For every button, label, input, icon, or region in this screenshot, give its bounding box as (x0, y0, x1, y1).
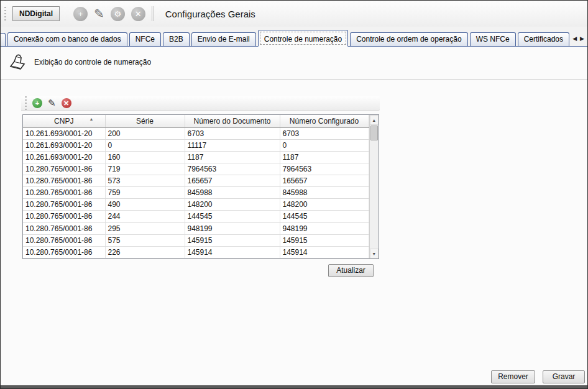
tab-controle-de-ordem-de-operacao[interactable]: Controle de ordem de operação (350, 32, 467, 46)
grid-toolbar: + ✎ ✕ (21, 96, 380, 111)
table-cell[interactable]: 0 (105, 139, 185, 151)
table-cell[interactable]: 10.280.765/0001-86 (23, 222, 105, 234)
table-row[interactable]: 10.280.765/0001-86759845988845988 (23, 187, 369, 199)
table-cell[interactable]: 144545 (280, 211, 369, 222)
table-cell[interactable]: 145914 (185, 246, 280, 258)
table-cell[interactable]: 10.280.765/0001-86 (23, 199, 105, 211)
nddigital-button[interactable]: NDDigital (12, 6, 60, 21)
settings-icon[interactable]: ⚙ (111, 7, 125, 21)
table-cell[interactable]: 7964563 (280, 163, 369, 175)
table-row[interactable]: 10.280.765/0001-86490148200148200 (23, 199, 369, 211)
grid-body: 10.261.693/0001-202006703670310.261.693/… (23, 127, 369, 259)
add-icon[interactable]: + (73, 7, 88, 21)
tab-b2b[interactable]: B2B (163, 32, 190, 46)
table-cell[interactable]: 160 (105, 151, 185, 163)
tab-scroll-arrows: ◀ ▶ (572, 35, 584, 42)
table-row[interactable]: 10.261.693/0001-2020067036703 (23, 127, 369, 139)
table-cell[interactable]: 6703 (185, 127, 280, 139)
scroll-up-icon[interactable]: ▲ (370, 115, 379, 125)
table-row[interactable]: 10.261.693/0001-200111170 (23, 139, 369, 151)
column-header-cnpj[interactable]: CNPJ ▲ (23, 115, 105, 127)
table-row[interactable]: 10.280.765/0001-86295948199948199 (23, 222, 369, 234)
table-cell[interactable]: 759 (105, 187, 185, 199)
table-cell[interactable]: 148200 (185, 199, 280, 211)
table-row[interactable]: 10.280.765/0001-86244144545144545 (23, 211, 369, 222)
table-row[interactable]: 10.280.765/0001-86573165657165657 (23, 175, 369, 187)
table-row[interactable]: 10.280.765/0001-86575145915145915 (23, 234, 369, 246)
main-toolbar: NDDigital + ✎ ⚙ ✕ Configurações Gerais (1, 1, 587, 27)
page-title: Configurações Gerais (165, 9, 255, 19)
numbering-table: CNPJ ▲ Série Número do Documento Número … (23, 115, 369, 259)
column-header-numero-documento[interactable]: Número do Documento (185, 115, 280, 127)
grid-edit-icon[interactable]: ✎ (48, 98, 56, 109)
table-cell[interactable]: 845988 (185, 187, 280, 199)
table-cell[interactable]: 295 (105, 222, 185, 234)
table-cell[interactable]: 145914 (280, 246, 369, 258)
table-header-row: CNPJ ▲ Série Número do Documento Número … (23, 115, 369, 127)
table-cell[interactable]: 719 (105, 163, 185, 175)
tab-partial[interactable] (0, 33, 6, 46)
tab-scroll-left-icon[interactable]: ◀ (572, 35, 577, 42)
table-cell[interactable]: 7964563 (185, 163, 280, 175)
table-cell[interactable]: 10.280.765/0001-86 (23, 187, 105, 199)
scrollbar-track[interactable] (370, 141, 379, 249)
table-cell[interactable]: 11117 (185, 139, 280, 151)
column-header-numero-configurado[interactable]: Número Configurado (280, 115, 369, 127)
table-cell[interactable]: 1187 (280, 151, 369, 163)
table-cell[interactable]: 10.280.765/0001-86 (23, 234, 105, 246)
tab-conexao-com-o-banco-de-dados[interactable]: Conexão com o banco de dados (7, 32, 127, 46)
table-cell[interactable]: 1187 (185, 151, 280, 163)
edit-icon[interactable]: ✎ (94, 6, 104, 21)
table-row[interactable]: 10.280.765/0001-8671979645637964563 (23, 163, 369, 175)
table-cell[interactable]: 145915 (280, 234, 369, 246)
app-window: NDDigital + ✎ ⚙ ✕ Configurações Gerais C… (0, 0, 588, 389)
table-cell[interactable]: 948199 (185, 222, 280, 234)
table-cell[interactable]: 145915 (185, 234, 280, 246)
table-cell[interactable]: 10.280.765/0001-86 (23, 211, 105, 222)
section-title: Exibição do controle de numeração (34, 58, 151, 66)
table-cell[interactable]: 200 (105, 127, 185, 139)
table-cell[interactable]: 10.261.693/0001-20 (23, 151, 105, 163)
tab-certificados[interactable]: Certificados (518, 32, 569, 46)
table-cell[interactable]: 165657 (280, 175, 369, 187)
table-row[interactable]: 10.261.693/0001-2016011871187 (23, 151, 369, 163)
scrollbar-thumb[interactable] (370, 126, 379, 140)
table-cell[interactable]: 6703 (280, 127, 369, 139)
grid-add-icon[interactable]: + (32, 98, 42, 108)
remover-button[interactable]: Remover (491, 370, 535, 383)
table-cell[interactable]: 845988 (280, 187, 369, 199)
column-header-serie[interactable]: Série (105, 115, 185, 127)
table-cell[interactable]: 490 (105, 199, 185, 211)
table-cell[interactable]: 10.261.693/0001-20 (23, 127, 105, 139)
tab-controle-de-numeracao[interactable]: Controle de numeração (258, 30, 348, 47)
tab-strip: Conexão com o banco de dadosNFCeB2BEnvio… (1, 27, 587, 47)
tab-nfce[interactable]: NFCe (129, 32, 161, 46)
close-icon[interactable]: ✕ (131, 7, 145, 21)
scroll-down-icon[interactable]: ▼ (370, 249, 379, 259)
table-cell[interactable]: 10.261.693/0001-20 (23, 139, 105, 151)
table-cell[interactable]: 575 (105, 234, 185, 246)
tab-scroll-right-icon[interactable]: ▶ (580, 35, 584, 42)
table-cell[interactable]: 573 (105, 175, 185, 187)
table-cell[interactable]: 0 (280, 139, 369, 151)
grid-scrollbar[interactable]: ▲ ▼ (369, 115, 379, 259)
window-bottom-edge (1, 385, 587, 388)
tab-ws-nfce[interactable]: WS NFCe (470, 32, 516, 46)
table-cell[interactable]: 148200 (280, 199, 369, 211)
table-cell[interactable]: 10.280.765/0001-86 (23, 175, 105, 187)
table-cell[interactable]: 144545 (185, 211, 280, 222)
gravar-button[interactable]: Gravar (543, 370, 585, 383)
tab-envio-de-e-mail[interactable]: Envio de E-mail (191, 32, 256, 46)
table-cell[interactable]: 948199 (280, 222, 369, 234)
grid-delete-icon[interactable]: ✕ (62, 98, 71, 108)
section-header: Exibição do controle de numeração (8, 53, 151, 71)
table-cell[interactable]: 244 (105, 211, 185, 222)
table-row[interactable]: 10.280.765/0001-86226145914145914 (23, 246, 369, 258)
table-cell[interactable]: 10.280.765/0001-86 (23, 246, 105, 258)
table-cell[interactable]: 226 (105, 246, 185, 258)
table-cell[interactable]: 10.280.765/0001-86 (23, 163, 105, 175)
table-cell[interactable]: 165657 (185, 175, 280, 187)
atualizar-button[interactable]: Atualizar (328, 264, 374, 277)
tab-page-controle-numeracao: Exibição do controle de numeração + ✎ ✕ … (1, 47, 587, 388)
numbering-grid: CNPJ ▲ Série Número do Documento Número … (22, 114, 379, 259)
